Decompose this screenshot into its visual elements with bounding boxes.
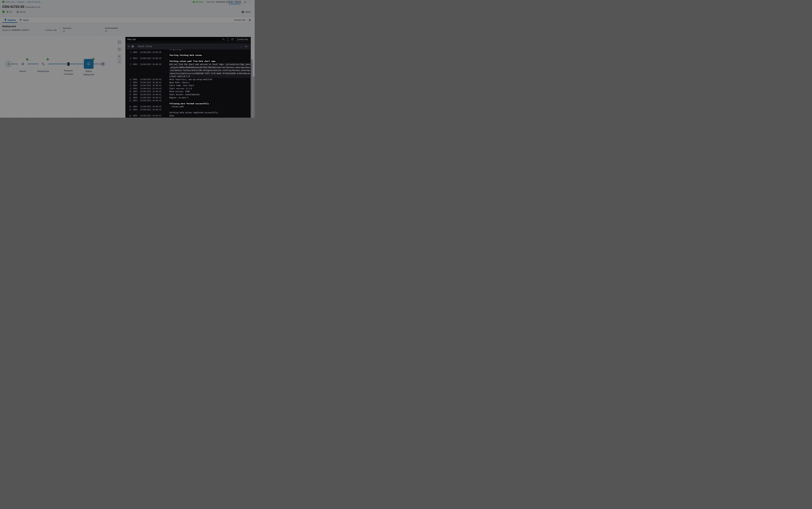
log-row: 16INFO15/09/2022 16:09:42Done. xyxy=(125,114,250,117)
log-message: Starting fetching Helm values xyxy=(170,51,248,57)
log-lvl: INFO xyxy=(133,51,138,54)
log-row: 4INFO15/09/2022 16:09:35Fetching values.… xyxy=(125,57,250,63)
log-row: 13INFO15/09/2022 16:09:42Following were … xyxy=(125,99,250,105)
log-message: Following were fetched successfully : xyxy=(170,99,248,105)
log-lvl: INFO xyxy=(133,108,138,111)
step-row-right: ↑ ↓ 9s xyxy=(236,45,247,47)
page-scrollbar-thumb[interactable] xyxy=(253,76,255,118)
step-logs-header: Step Logs Console View xyxy=(125,37,251,42)
log-ts: 15/09/2022 16:09:42 xyxy=(140,81,162,84)
log-message: Chart bucket: achhelmbucket xyxy=(170,93,248,96)
scroll-up-icon[interactable]: ↑ xyxy=(236,45,237,47)
log-ln: 15 xyxy=(125,108,131,111)
log-ln: 6 xyxy=(125,78,131,81)
log-ln: 10 xyxy=(125,90,131,93)
log-lvl: INFO xyxy=(133,57,138,60)
step-duration: 9s xyxy=(245,45,247,47)
log-ln: 11 xyxy=(125,93,131,96)
log-lvl: INFO xyxy=(133,84,138,87)
log-row: 6INFO15/09/2022 16:09:42Helm repository:… xyxy=(125,78,250,81)
log-scrollbar-thumb[interactable] xyxy=(251,59,253,118)
log-row: 7INFO15/09/2022 16:09:42Base Path: chart… xyxy=(125,81,250,84)
step-name: Fetch Files xyxy=(138,45,152,47)
log-message: - values.yaml xyxy=(170,105,248,108)
log-ln: 7 xyxy=(125,81,131,84)
log-lvl: INFO xyxy=(133,105,138,108)
log-message: Base Path: charts/ xyxy=(170,81,248,84)
log-ts: 15/09/2022 16:09:35 xyxy=(140,51,162,54)
log-row: 8INFO15/09/2022 16:09:42Chart name: test… xyxy=(125,84,250,87)
log-row: 5INFO15/09/2022 16:09:35Did not find the… xyxy=(125,63,250,78)
page-scrollbar[interactable] xyxy=(253,0,255,118)
log-ts: 15/09/2022 16:09:35 xyxy=(140,63,162,66)
search-icon[interactable] xyxy=(222,38,225,40)
scroll-down-icon[interactable]: ↓ xyxy=(241,45,242,47)
log-ln: 9 xyxy=(125,87,131,90)
log-message: Chart name: test-chart xyxy=(170,84,248,87)
log-ts: 15/09/2022 16:09:42 xyxy=(140,105,162,108)
log-ln: 14 xyxy=(125,105,131,108)
log-lvl: INFO xyxy=(133,96,138,99)
log-message: Done. xyxy=(170,114,248,117)
log-ts: 15/09/2022 16:09:42 xyxy=(140,99,162,102)
step-logs-title: Step Logs xyxy=(127,38,136,40)
log-ln: 13 xyxy=(125,99,131,102)
execution-page: CFDs_Test › Pipelines › CDS-41722-S3 › C… xyxy=(0,0,255,118)
log-message: Chart version: 0.1.0 xyxy=(170,87,248,90)
log-ts: 15/09/2022 16:09:42 xyxy=(140,93,162,96)
log-ln: 16 xyxy=(125,114,131,117)
step-success-icon xyxy=(132,45,134,47)
log-ts: 15/09/2022 16:09:42 xyxy=(140,114,162,117)
log-row: 3INFO15/09/2022 16:09:35Starting fetchin… xyxy=(125,51,250,57)
log-ts: 15/09/2022 16:09:42 xyxy=(140,78,162,81)
step-row-fetch-files[interactable]: Fetch Files ↑ ↓ 9s xyxy=(126,43,250,49)
log-ln: 3 xyxy=(125,51,131,54)
fullscreen-icon[interactable] xyxy=(227,38,229,40)
log-lvl: INFO xyxy=(133,93,138,96)
log-ts: 15/09/2022 16:09:42 xyxy=(140,90,162,93)
log-message: Fetching helm values completed successfu… xyxy=(170,108,248,114)
log-ts: 15/09/2022 16:09:42 xyxy=(140,108,162,111)
log-ts: 15/09/2022 16:09:42 xyxy=(140,87,162,90)
log-row: 14INFO15/09/2022 16:09:42- values.yaml xyxy=(125,105,250,108)
log-ln: 8 xyxy=(125,84,131,87)
log-row: 15INFO15/09/2022 16:09:42Fetching helm v… xyxy=(125,108,250,114)
step-logs-actions: Console View xyxy=(222,37,250,42)
log-message: Helm version: V380 xyxy=(170,90,248,93)
log-row: 11INFO15/09/2022 16:09:42Chart bucket: a… xyxy=(125,93,250,96)
log-row: 12INFO15/09/2022 16:09:42Region: us-east… xyxy=(125,96,250,99)
log-body[interactable]: in getting )3INFO15/09/2022 16:09:35Star… xyxy=(125,49,250,118)
log-message: Did not find the chart and version in lo… xyxy=(170,63,250,78)
log-row: 10INFO15/09/2022 16:09:42Helm version: V… xyxy=(125,90,250,93)
chevron-down-icon[interactable] xyxy=(128,46,130,47)
log-ts: 15/09/2022 16:09:35 xyxy=(140,57,162,60)
log-scrollbar[interactable] xyxy=(251,37,253,118)
log-message: Helm repository: aws-qa-setup-modified xyxy=(170,78,248,81)
log-lvl: INFO xyxy=(133,99,138,102)
log-ln: 5 xyxy=(125,63,131,66)
log-ts: 15/09/2022 16:09:42 xyxy=(140,96,162,99)
log-ts: 15/09/2022 16:09:42 xyxy=(140,84,162,87)
log-ln: 12 xyxy=(125,96,131,99)
log-message: in getting ) xyxy=(170,49,248,51)
log-row: in getting ) xyxy=(125,49,250,51)
log-lvl: INFO xyxy=(133,87,138,90)
open-in-new-tab-icon[interactable] xyxy=(231,38,233,40)
log-message: Fetching values.yaml from helm chart rep… xyxy=(170,57,248,63)
console-view-button[interactable]: Console View xyxy=(236,38,250,41)
step-logs-drawer: Step Logs Console View Fetch xyxy=(125,37,251,118)
log-lvl: INFO xyxy=(133,63,138,66)
log-lvl: INFO xyxy=(133,78,138,81)
log-lvl: INFO xyxy=(133,90,138,93)
log-row: 9INFO15/09/2022 16:09:42Chart version: 0… xyxy=(125,87,250,90)
log-lvl: INFO xyxy=(133,114,138,117)
log-message: Region: us-east-1 xyxy=(170,96,248,99)
log-ln: 4 xyxy=(125,57,131,60)
log-lvl: INFO xyxy=(133,81,138,84)
